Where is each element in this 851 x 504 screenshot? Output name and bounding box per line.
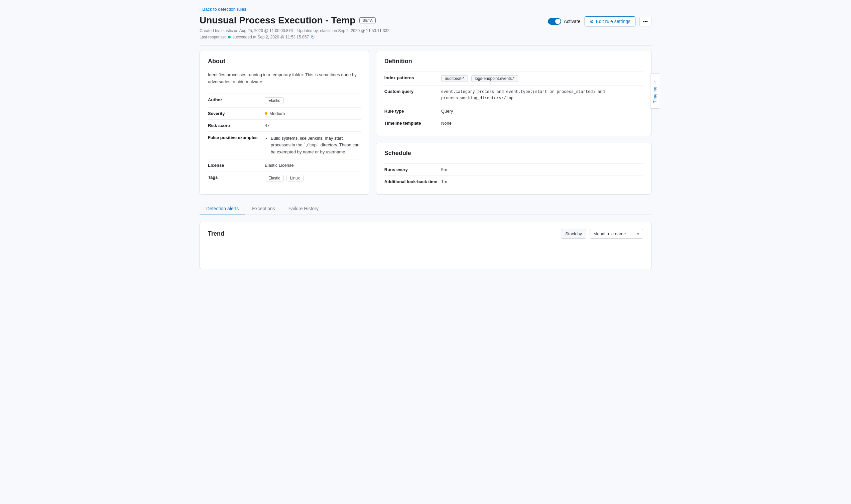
more-actions-button[interactable]: •••: [639, 17, 651, 26]
stack-by-select[interactable]: signal.rule.name signal.rule.type signal…: [590, 229, 643, 239]
header-divider: [200, 45, 651, 46]
custom-query-label: Custom query: [384, 89, 441, 94]
activate-label: Activate: [564, 19, 581, 24]
back-link[interactable]: ‹ Back to detection rules: [200, 7, 651, 12]
index-pattern-logs: logs-endpoint.events.*: [471, 75, 519, 82]
tags-row: Tags Elastic Linux: [208, 171, 361, 185]
tab-exceptions[interactable]: Exceptions: [245, 202, 282, 215]
severity-value: Medium: [265, 111, 361, 116]
back-link-label: Back to detection rules: [202, 7, 246, 12]
timeline-chevron-icon: ‹: [654, 79, 656, 84]
author-label: Author: [208, 97, 265, 102]
tabs-section: Detection alerts Exceptions Failure Hist…: [200, 202, 651, 215]
tags-label: Tags: [208, 175, 265, 180]
look-back-value: 1m: [441, 179, 643, 184]
author-value: Elastic: [265, 97, 361, 104]
last-response-label: Last response:: [200, 35, 226, 39]
risk-score-value: 47: [265, 123, 361, 128]
tabs-bar: Detection alerts Exceptions Failure Hist…: [200, 202, 651, 215]
tag-linux: Linux: [287, 175, 304, 181]
about-description: Identifies processes running in a tempor…: [208, 72, 361, 86]
index-patterns-value: auditbeat-* logs-endpoint.events.*: [441, 75, 643, 82]
edit-icon: ⚙: [590, 19, 594, 24]
index-patterns-row: Index patterns auditbeat-* logs-endpoint…: [384, 72, 643, 85]
risk-score-row: Risk score 47: [208, 119, 361, 131]
trend-title: Trend: [208, 230, 224, 237]
author-tag: Elastic: [265, 97, 284, 104]
definition-card: Definition Index patterns auditbeat-* lo…: [376, 51, 651, 136]
severity-row: Severity Medium: [208, 107, 361, 119]
look-back-label: Additional look-back time: [384, 179, 441, 184]
license-value: Elastic License: [265, 163, 361, 168]
custom-query-row: Custom query event.category:process and …: [384, 85, 643, 105]
list-item: Build systems, like Jenkins, may start p…: [271, 135, 361, 156]
rule-type-value: Query: [441, 109, 643, 114]
back-chevron-icon: ‹: [200, 7, 201, 12]
refresh-icon[interactable]: ↻: [311, 34, 315, 40]
timeline-sidebar[interactable]: ‹ Timeline: [650, 73, 659, 109]
stack-by-label: Stack by: [561, 229, 586, 239]
stack-by-container: Stack by signal.rule.name signal.rule.ty…: [561, 229, 643, 239]
index-pattern-auditbeat: auditbeat-*: [441, 75, 468, 82]
severity-dot-icon: [265, 112, 267, 115]
created-by: Created by: elastic on Aug 25, 2020 @ 11…: [200, 29, 293, 33]
severity-label: Severity: [208, 111, 265, 116]
timeline-sidebar-label: Timeline: [653, 87, 657, 103]
risk-score-label: Risk score: [208, 123, 265, 128]
severity-text: Medium: [269, 111, 285, 116]
stack-by-select-wrapper: signal.rule.name signal.rule.type signal…: [590, 229, 643, 239]
tab-failure-history[interactable]: Failure History: [282, 202, 325, 215]
tab-detection-alerts[interactable]: Detection alerts: [200, 202, 245, 215]
false-positive-list: Build systems, like Jenkins, may start p…: [265, 135, 361, 156]
updated-by: Updated by: elastic on Sep 2, 2020 @ 11:…: [297, 29, 390, 33]
definition-title: Definition: [384, 58, 643, 65]
false-positive-value: Build systems, like Jenkins, may start p…: [265, 135, 361, 156]
schedule-title: Schedule: [384, 150, 643, 157]
custom-query-value: event.category:process and event.type:(s…: [441, 89, 643, 102]
activate-toggle[interactable]: [548, 18, 561, 25]
trend-card: Trend Stack by signal.rule.name signal.r…: [200, 222, 651, 269]
author-row: Author Elastic: [208, 94, 361, 107]
about-card: About Identifies processes running in a …: [200, 51, 369, 195]
timeline-template-label: Timeline template: [384, 121, 441, 126]
edit-rule-label: Edit rule settings: [596, 19, 631, 24]
last-response-status: succeeded at Sep 2, 2020 @ 11:53:15.857: [233, 35, 309, 39]
trend-area: [208, 242, 643, 262]
runs-every-label: Runs every: [384, 167, 441, 172]
schedule-card: Schedule Runs every 5m Additional look-b…: [376, 143, 651, 195]
timeline-template-row: Timeline template None: [384, 117, 643, 129]
tag-elastic: Elastic: [265, 175, 284, 181]
status-dot-icon: [228, 36, 231, 38]
rule-type-row: Rule type Query: [384, 105, 643, 117]
last-response: Last response: succeeded at Sep 2, 2020 …: [200, 34, 651, 40]
false-positive-label: False positive examples: [208, 135, 265, 140]
look-back-row: Additional look-back time 1m: [384, 176, 643, 187]
about-title: About: [208, 58, 361, 65]
timeline-template-value: None: [441, 121, 643, 126]
edit-rule-settings-button[interactable]: ⚙ Edit rule settings: [585, 16, 636, 26]
rule-type-label: Rule type: [384, 109, 441, 114]
more-dots-icon: •••: [643, 19, 648, 24]
runs-every-value: 5m: [441, 167, 643, 172]
right-panel: Definition Index patterns auditbeat-* lo…: [376, 51, 651, 195]
index-patterns-label: Index patterns: [384, 75, 441, 80]
meta-created-updated: Created by: elastic on Aug 25, 2020 @ 11…: [200, 29, 651, 33]
license-row: License Elastic License: [208, 159, 361, 171]
page-title: Unusual Process Execution - Temp: [200, 15, 355, 26]
beta-badge: BETA: [359, 17, 376, 23]
false-positive-row: False positive examples Build systems, l…: [208, 131, 361, 159]
license-label: License: [208, 163, 265, 168]
tags-value: Elastic Linux: [265, 175, 361, 181]
runs-every-row: Runs every 5m: [384, 163, 643, 176]
